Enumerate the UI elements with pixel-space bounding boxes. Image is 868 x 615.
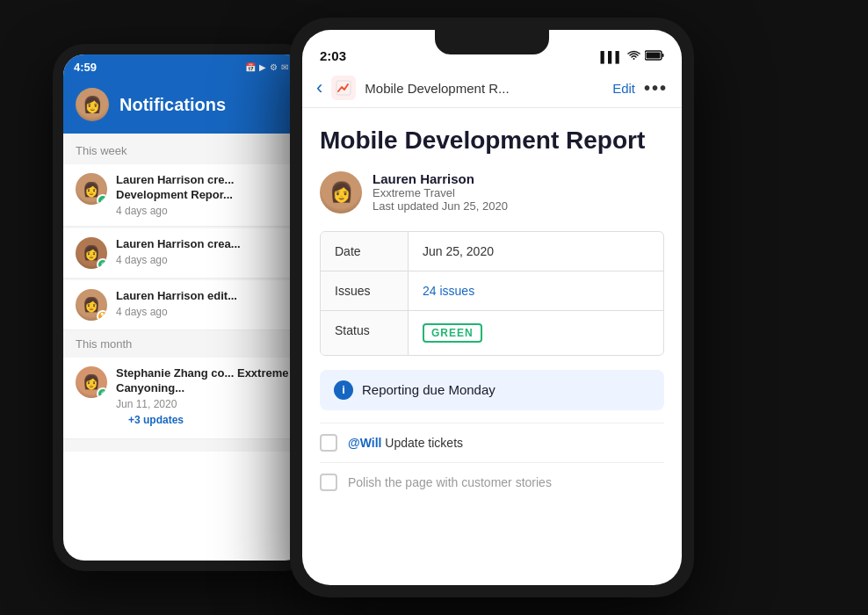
status-bar-back: 4:59 📅 ▶ ⚙ ✉ • (63, 54, 306, 79)
battery-icon (645, 50, 664, 63)
notif-time-1: 4 days ago (116, 205, 293, 217)
wifi-icon (627, 50, 640, 63)
badge-green-3: + (97, 387, 107, 398)
notif-main-3: Lauren Harrison edit... (116, 289, 293, 304)
report-title: Mobile Development Report (320, 126, 664, 156)
status-badge: GREEN (423, 323, 482, 343)
edit-button[interactable]: Edit (612, 81, 635, 96)
notif-item-3[interactable]: 👩 ✎ Lauren Harrison edit... 4 days ago (63, 280, 306, 330)
data-table: Date Jun 25, 2020 Issues 24 issues Statu… (320, 231, 664, 356)
header-avatar: 👩 (76, 88, 109, 121)
notif-time-4: Jun 11, 2020 (116, 398, 293, 410)
svg-rect-2 (647, 53, 661, 59)
mention-will: @Will (348, 436, 381, 450)
reporting-banner: i Reporting due Monday (320, 370, 664, 410)
checkbox-2[interactable] (320, 474, 337, 491)
front-phone: 2:03 ▌▌▌ (290, 18, 694, 597)
author-updated: Last updated Jun 25, 2020 (373, 199, 508, 213)
back-phone: 4:59 📅 ▶ ⚙ ✉ • 👩 Notifications This week… (53, 44, 316, 571)
checkbox-1[interactable] (320, 434, 337, 452)
svg-rect-1 (662, 54, 664, 57)
status-label: Status (321, 311, 409, 355)
notif-item-4[interactable]: 👩 + Stephanie Zhang co... Exxtreme Canyo… (63, 358, 306, 439)
author-company: Exxtreme Travel (373, 186, 508, 199)
notif-time-3: 4 days ago (116, 306, 293, 318)
badge-yellow-1: ✎ (97, 310, 107, 321)
avatar-lauren-1: 👩 + (76, 173, 107, 205)
report-content: Mobile Development Report 👩 Lauren Harri… (302, 108, 682, 502)
status-value: GREEN (409, 311, 663, 355)
checklist-item-2[interactable]: Polish the page with customer stories (320, 462, 664, 502)
notif-text-4: Stephanie Zhang co... Exxtreme Canyoning… (116, 366, 293, 430)
table-row-issues: Issues 24 issues (321, 271, 663, 311)
front-phone-time: 2:03 (320, 48, 346, 63)
date-label: Date (321, 232, 409, 271)
mail-icon: ✉ (281, 62, 288, 72)
status-icons-back: 📅 ▶ ⚙ ✉ • (245, 62, 295, 72)
checklist-item-1[interactable]: @Will Update tickets (320, 423, 664, 462)
phone-notch (435, 30, 549, 54)
notif-item-2[interactable]: 👩 + Lauren Harrison crea... 4 days ago (63, 228, 306, 279)
notifications-body: This week 👩 + Lauren Harrison cre... Dev… (63, 134, 306, 452)
calendar-icon: 📅 (245, 62, 256, 72)
reporting-text: Reporting due Monday (362, 382, 495, 397)
date-value: Jun 25, 2020 (409, 232, 663, 271)
notif-main-2: Lauren Harrison crea... (116, 237, 293, 252)
back-phone-screen: 4:59 📅 ▶ ⚙ ✉ • 👩 Notifications This week… (63, 54, 306, 561)
table-row-status: Status GREEN (321, 311, 663, 355)
notifications-title: Notifications (119, 95, 226, 115)
back-button[interactable]: ‹ (316, 76, 322, 99)
avatar-stephanie: 👩 + (76, 366, 107, 398)
notif-time-2: 4 days ago (116, 254, 293, 266)
gear-icon-back: ⚙ (270, 62, 278, 72)
report-icon (331, 76, 356, 100)
author-name: Lauren Harrison (373, 171, 508, 186)
front-phone-screen: 2:03 ▌▌▌ (302, 30, 682, 585)
table-row-date: Date Jun 25, 2020 (321, 232, 663, 271)
issues-value[interactable]: 24 issues (409, 271, 663, 310)
this-month-section: This month 👩 + Stephanie Zhang co... Exx… (63, 337, 306, 439)
info-icon: i (334, 380, 353, 400)
badge-green-1: + (97, 194, 107, 205)
back-phone-time: 4:59 (74, 61, 97, 74)
issues-label: Issues (321, 271, 409, 310)
badge-green-2: + (97, 258, 107, 269)
notif-text-3: Lauren Harrison edit... 4 days ago (116, 289, 293, 318)
notifications-header: 👩 Notifications (63, 79, 306, 134)
author-info: Lauren Harrison Exxtreme Travel Last upd… (373, 171, 508, 213)
play-icon: ▶ (259, 62, 266, 72)
this-month-label: This month (63, 337, 306, 358)
signal-icon: ▌▌▌ (600, 51, 623, 63)
nav-title: Mobile Development R... (365, 81, 604, 96)
notif-text-2: Lauren Harrison crea... 4 days ago (116, 237, 293, 266)
notif-text-1: Lauren Harrison cre... Development Repor… (116, 173, 293, 217)
author-avatar: 👩 (320, 171, 362, 213)
status-right-icons: ▌▌▌ (600, 50, 664, 63)
author-row: 👩 Lauren Harrison Exxtreme Travel Last u… (320, 171, 664, 213)
notif-main-1: Lauren Harrison cre... Development Repor… (116, 173, 293, 203)
more-button[interactable]: ••• (644, 78, 668, 98)
nav-bar: ‹ Mobile Development R... Edit ••• (302, 69, 682, 108)
checklist-text-1: @Will Update tickets (348, 436, 463, 450)
avatar-lauren-3: 👩 ✎ (76, 289, 107, 321)
avatar-lauren-2: 👩 + (76, 237, 107, 269)
notif-item-1[interactable]: 👩 + Lauren Harrison cre... Development R… (63, 164, 306, 227)
checklist-text-2: Polish the page with customer stories (348, 475, 552, 489)
plus-updates[interactable]: +3 updates (116, 410, 293, 430)
this-week-label: This week (63, 144, 306, 164)
notif-main-4: Stephanie Zhang co... Exxtreme Canyoning… (116, 366, 293, 396)
